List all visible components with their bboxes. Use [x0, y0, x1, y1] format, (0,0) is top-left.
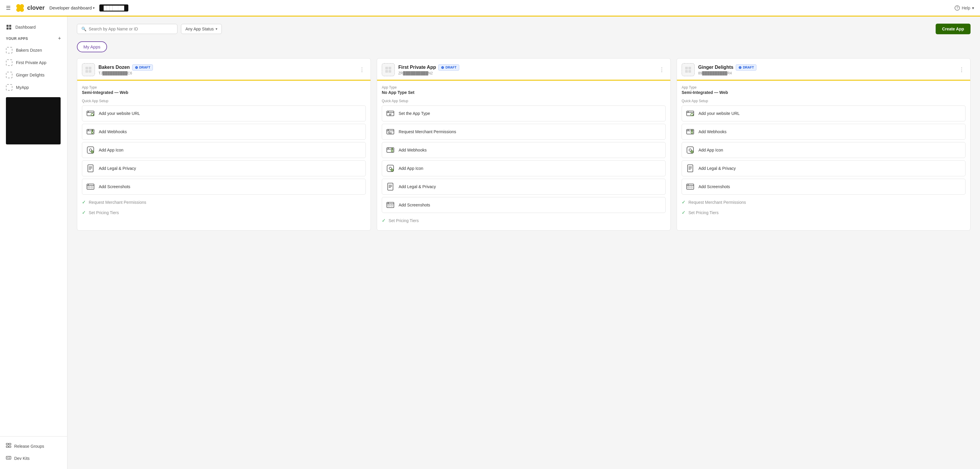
my-apps-tab[interactable]: My Apps [77, 41, 107, 52]
setup-item-merchant-perms-1[interactable]: Request Merchant Permissions [382, 124, 666, 140]
bakers-dozen-draft-badge: ⊕ DRAFT [132, 64, 153, 71]
svg-rect-20 [89, 70, 91, 73]
website-url-icon-0 [86, 109, 95, 118]
status-filter-chevron-icon: ▾ [216, 27, 217, 31]
setup-item-label-website-url-0: Add your website URL [99, 111, 140, 116]
sidebar-item-first-private-app[interactable]: First Private App [0, 56, 67, 69]
sidebar-add-app-button[interactable]: + [58, 35, 61, 42]
sidebar-your-apps-section: YOUR APPS + [0, 33, 67, 44]
check-icon-pricing-2: ✓ [682, 210, 686, 215]
create-app-button[interactable]: Create App [935, 24, 970, 34]
screenshots-icon-0 [86, 182, 95, 192]
draft-plus-icon-1: ⊕ [441, 65, 444, 70]
setup-item-label-legal-0: Add Legal & Privacy [99, 166, 136, 171]
sidebar-item-myapp[interactable]: MyApp [0, 81, 67, 93]
first-private-app-name-row: First Private App ⊕ DRAFT [398, 64, 654, 71]
svg-point-66 [391, 148, 393, 149]
svg-rect-10 [9, 443, 11, 445]
setup-item-screenshots-0[interactable]: Add Screenshots [82, 179, 366, 195]
sidebar-release-groups-label: Release Groups [14, 444, 44, 448]
setup-item-legal-1[interactable]: Add Legal & Privacy [382, 179, 666, 195]
screenshots-icon-1 [386, 200, 395, 210]
ginger-delights-id: 89██████████R4 [698, 71, 954, 75]
setup-item-webhooks-1[interactable]: Add Webhooks [382, 142, 666, 158]
draft-plus-icon-2: ⊕ [738, 65, 741, 70]
webhooks-icon-0 [86, 127, 95, 136]
first-private-app-icon [6, 59, 13, 66]
sidebar-redacted-block [6, 97, 60, 144]
app-type-icon-1 [386, 109, 395, 118]
nav-title[interactable]: Developer dashboard ▾ [49, 5, 95, 10]
svg-rect-84 [689, 70, 691, 73]
sidebar-item-bakers-dozen[interactable]: Bakers Dozen [0, 44, 67, 56]
svg-rect-12 [9, 446, 11, 447]
search-box[interactable]: 🔍 [77, 24, 177, 34]
completed-label-merchant-2: Request Merchant Permissions [689, 200, 746, 205]
setup-item-website-url-0[interactable]: Add your website URL [82, 105, 366, 121]
sidebar-item-dev-kits[interactable]: Dev Kits [0, 452, 67, 464]
bakers-dozen-icon [6, 47, 13, 54]
ginger-delights-menu-button[interactable]: ⋮ [958, 65, 966, 74]
svg-rect-19 [86, 70, 88, 73]
bakers-dozen-menu-button[interactable]: ⋮ [358, 65, 366, 74]
sidebar-item-release-groups[interactable]: Release Groups [0, 440, 67, 452]
setup-item-app-icon-2[interactable]: Add App Icon [682, 142, 966, 158]
ginger-delights-quick-setup-label: Quick App Setup [682, 99, 966, 103]
release-groups-icon [6, 443, 11, 449]
setup-item-app-icon-1[interactable]: Add App Icon [382, 160, 666, 176]
completed-label-pricing-0: Set Pricing Tiers [89, 210, 119, 215]
svg-rect-6 [9, 25, 11, 27]
help-circle-icon: ? [955, 5, 960, 11]
setup-item-legal-2[interactable]: Add Legal & Privacy [682, 160, 966, 176]
sidebar-bakers-dozen-label: Bakers Dozen [16, 48, 42, 52]
svg-rect-49 [388, 70, 391, 73]
svg-rect-72 [388, 183, 393, 190]
ginger-delights-app-type-value: Semi-Integrated — Web [682, 90, 966, 95]
dashboard-icon [6, 24, 12, 30]
first-private-app-menu-button[interactable]: ⋮ [658, 65, 666, 74]
first-private-app-info: First Private App ⊕ DRAFT ZR██████████N2 [398, 64, 654, 75]
setup-item-legal-0[interactable]: Add Legal & Privacy [82, 160, 366, 176]
first-private-app-quick-setup-label: Quick App Setup [382, 99, 666, 103]
webhooks-icon-1 [386, 145, 395, 155]
hamburger-icon[interactable]: ☰ [6, 5, 11, 11]
main-content: 🔍 Any App Status ▾ Create App My Apps [67, 17, 980, 469]
top-nav: ☰ clover Developer dashboard ▾ ███████ ?… [0, 0, 980, 17]
screenshots-icon-2 [686, 182, 695, 192]
help-button[interactable]: ? Help ▾ [955, 5, 974, 11]
completed-item-pricing-1: ✓ Set Pricing Tiers [382, 215, 666, 226]
search-input[interactable] [89, 27, 173, 31]
first-private-app-id: ZR██████████N2 [398, 71, 654, 75]
setup-item-label-website-url-2: Add your website URL [698, 111, 740, 116]
setup-item-app-icon-0[interactable]: Add App Icon [82, 142, 366, 158]
setup-item-screenshots-2[interactable]: Add Screenshots [682, 179, 966, 195]
svg-rect-109 [690, 186, 692, 188]
legal-icon-0 [86, 164, 95, 173]
svg-rect-81 [685, 67, 688, 70]
setup-item-webhooks-2[interactable]: Add Webhooks [682, 124, 966, 140]
nav-title-dropdown-icon: ▾ [93, 6, 95, 10]
svg-rect-47 [388, 67, 391, 70]
svg-point-64 [391, 150, 393, 152]
svg-rect-5 [6, 25, 9, 27]
first-private-app-logo [382, 63, 395, 76]
svg-rect-8 [9, 27, 11, 30]
status-filter-dropdown[interactable]: Any App Status ▾ [181, 24, 222, 34]
myapp-icon [6, 84, 13, 91]
app-card-first-private-app: First Private App ⊕ DRAFT ZR██████████N2… [377, 58, 671, 231]
app-card-header-ginger-delights: Ginger Delights ⊕ DRAFT 89██████████R4 ⋮ [677, 59, 970, 81]
search-icon: 🔍 [81, 27, 86, 31]
setup-item-label-app-icon-1: Add App Icon [399, 166, 423, 171]
setup-item-webhooks-0[interactable]: Add Webhooks [82, 124, 366, 140]
bakers-dozen-draft-label: DRAFT [139, 66, 150, 69]
sidebar-item-ginger-delights[interactable]: Ginger Delights [0, 69, 67, 81]
webhooks-icon-2 [686, 127, 695, 136]
setup-item-label-webhooks-0: Add Webhooks [99, 129, 127, 134]
content-topbar: 🔍 Any App Status ▾ Create App [77, 24, 970, 34]
setup-item-app-type-1[interactable]: Set the App Type [382, 105, 666, 121]
sidebar-item-dashboard[interactable]: Dashboard [0, 21, 67, 33]
setup-item-screenshots-1[interactable]: Add Screenshots [382, 197, 666, 213]
first-private-app-body: App Type No App Type Set Quick App Setup [377, 81, 670, 230]
tabs-row: My Apps [77, 41, 970, 52]
setup-item-website-url-2[interactable]: Add your website URL [682, 105, 966, 121]
